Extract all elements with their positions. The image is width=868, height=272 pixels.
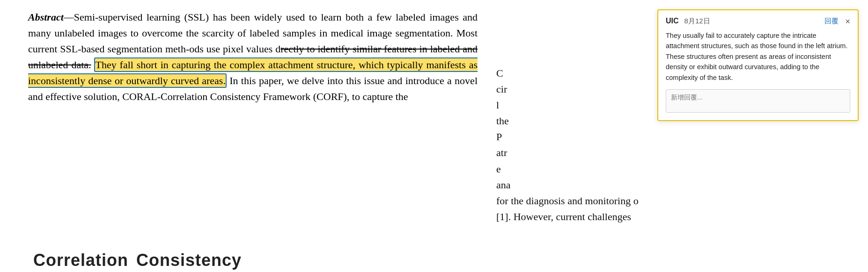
annotation-close-button[interactable]: × [845, 17, 850, 26]
right-line-c: C [496, 65, 655, 81]
right-continuation: C cir l the P atr e ana for the diagnosi… [496, 65, 665, 225]
bottom-label-consistency: Consistency [136, 251, 242, 270]
right-line-1: cir [496, 81, 655, 97]
annotation-reply-input[interactable] [666, 89, 850, 113]
right-line-l: l [496, 97, 655, 113]
annotation-header: UIC 8月12日 回覆 × [666, 17, 850, 26]
annotation-body: They usually fail to accurately capture … [666, 30, 850, 83]
right-line-p: P [496, 129, 655, 145]
right-line-e: e [496, 161, 655, 177]
right-line-3: atr [496, 145, 655, 161]
annotation-user: UIC [666, 17, 679, 25]
bottom-label-correlation: Correlation [33, 251, 128, 270]
abstract-paragraph: Abstract—Semi-supervised learning (SSL) … [28, 9, 478, 105]
right-line-2: the [496, 113, 655, 129]
right-line-5: for the diagnosis and monitoring o [496, 193, 655, 209]
right-line-4: ana [496, 177, 655, 193]
annotation-header-actions: 回覆 × [824, 17, 850, 26]
annotation-card: UIC 8月12日 回覆 × They usually fail to accu… [657, 9, 859, 121]
right-line-6: [1]. However, current challenges [496, 209, 655, 225]
annotation-date: 8月12日 [684, 17, 710, 25]
main-content: Abstract—Semi-supervised learning (SSL) … [0, 0, 496, 272]
abstract-label: Abstract [28, 11, 64, 23]
annotation-user-info: UIC 8月12日 [666, 17, 710, 26]
annotation-reply-button[interactable]: 回覆 [824, 17, 839, 26]
